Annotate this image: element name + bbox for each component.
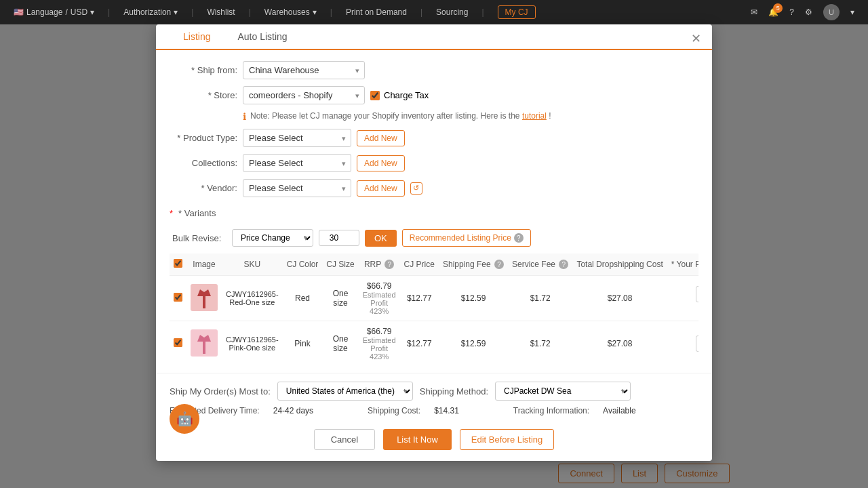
row-checkbox-0[interactable]	[174, 293, 182, 302]
language-selector[interactable]: 🇺🇸 Language / USD ▾	[14, 7, 94, 17]
estimated-delivery-value: 24-42 days	[273, 406, 313, 415]
nav-icons: ✉ 🔔 5 ? ⚙ U ▾	[751, 4, 854, 20]
ship-from-row: * Ship from: China Warehouse	[170, 61, 698, 79]
your-price-cell-0: ≈ $4.17	[667, 276, 698, 321]
rrp-cell-0: $66.79Estimated Profit 423%	[359, 276, 400, 321]
product-image-1	[191, 329, 218, 357]
edit-before-listing-button[interactable]: Edit Before Listing	[460, 429, 555, 450]
col-rrp-header: RRP ?	[359, 253, 400, 276]
variants-label: * Variants	[178, 204, 216, 222]
ship-orders-label: Ship My Order(s) Most to:	[170, 386, 271, 396]
tracking-info-label: Tracking Information:	[513, 406, 589, 415]
vendor-label: * Vendor:	[170, 183, 237, 193]
product-type-select-wrapper: Please Select	[243, 129, 351, 147]
charge-tax-label: Charge Tax	[384, 90, 429, 100]
recommended-listing-price-button[interactable]: Recommended Listing Price ?	[402, 229, 531, 247]
variants-label-row: * * Variants	[170, 204, 698, 222]
col-your-price-header: * Your Price ? ⇅ CNY	[667, 253, 698, 276]
shipping-fee-cell-1: $12.59	[439, 321, 508, 363]
wishlist-link[interactable]: Wishlist	[207, 7, 235, 17]
ship-orders-select[interactable]: United States of America (the)	[277, 382, 413, 401]
your-price-input-0[interactable]	[696, 286, 698, 302]
my-cj-button[interactable]: My CJ	[498, 5, 536, 19]
modal-body: * Ship from: China Warehouse * Store: co…	[156, 50, 712, 373]
chevron-down-icon[interactable]: ▾	[850, 7, 854, 17]
variants-table: Image SKU CJ Color CJ Size RRP ? CJ Pric…	[170, 253, 698, 362]
shipping-method-select-wrapper: CJPacket DW Sea	[495, 382, 631, 401]
tutorial-link[interactable]: tutorial	[522, 111, 547, 121]
vendor-refresh-icon[interactable]: ↺	[410, 182, 422, 195]
cj-price-cell-0: $12.77	[400, 276, 439, 321]
vendor-add-new-button[interactable]: Add New	[357, 180, 405, 197]
store-select-wrapper: comeorders - Shopify	[243, 86, 365, 104]
ship-orders-row: Ship My Order(s) Most to: United States …	[170, 382, 698, 401]
charge-tax-checkbox[interactable]	[370, 91, 380, 100]
select-all-checkbox[interactable]	[174, 259, 182, 268]
bulk-revise-label: Bulk Revise:	[172, 233, 226, 243]
bottom-section: Ship My Order(s) Most to: United States …	[156, 373, 712, 461]
tab-listing[interactable]: Listing	[170, 24, 224, 50]
product-type-row: * Product Type: Please Select Add New	[170, 129, 698, 147]
bulk-revise-input[interactable]	[319, 230, 359, 246]
collections-add-new-button[interactable]: Add New	[357, 155, 405, 171]
chatbot-section: 🤖	[170, 404, 199, 434]
cj-price-cell-1: $12.77	[400, 321, 439, 363]
product-image-0	[191, 284, 218, 311]
bulk-revise-row: Bulk Revise: Price Change OK Recommended…	[170, 229, 698, 247]
help-icon[interactable]: ?	[789, 7, 794, 17]
collections-row: Collections: Please Select Add New	[170, 154, 698, 172]
product-type-select[interactable]: Please Select	[243, 129, 351, 147]
col-image-header: Image	[186, 253, 222, 276]
table-row: CJWY1612965-Pink-One sizePinkOne size$66…	[170, 321, 698, 363]
col-shipping-fee-header: Shipping Fee ?	[439, 253, 508, 276]
col-service-fee-header: Service Fee ?	[508, 253, 572, 276]
tab-auto-listing[interactable]: Auto Listing	[224, 24, 300, 49]
product-type-label: * Product Type:	[170, 133, 237, 143]
shipping-method-label: Shipping Method:	[420, 386, 488, 396]
listing-modal: Listing Auto Listing ✕ * Ship from: Chin…	[156, 24, 712, 461]
shipping-method-select[interactable]: CJPacket DW Sea	[495, 382, 631, 401]
shipping-fee-cell-0: $12.59	[439, 276, 508, 321]
chatbot-button[interactable]: 🤖	[170, 404, 199, 434]
total-cost-cell-0: $27.08	[572, 276, 667, 321]
warehouses-menu[interactable]: Warehouses ▾	[264, 7, 317, 17]
ship-orders-select-wrapper: United States of America (the)	[277, 382, 413, 401]
chevron-down-icon: ▾	[90, 7, 94, 17]
row-checkbox-1[interactable]	[174, 338, 182, 347]
ship-from-label: * Ship from:	[170, 65, 237, 75]
notifications-icon[interactable]: 🔔 5	[768, 7, 778, 17]
bulk-revise-ok-button[interactable]: OK	[365, 230, 397, 247]
info-icon: ℹ	[243, 111, 246, 122]
shipping-cost-label: Shipping Cost:	[368, 406, 420, 415]
collections-select-wrapper: Please Select	[243, 154, 351, 172]
store-label: * Store:	[170, 90, 237, 100]
ship-from-select[interactable]: China Warehouse	[243, 61, 365, 79]
variants-table-container: Image SKU CJ Color CJ Size RRP ? CJ Pric…	[170, 253, 698, 362]
print-on-demand-link[interactable]: Print on Demand	[346, 7, 407, 17]
avatar[interactable]: U	[823, 4, 840, 20]
col-cj-size-header: CJ Size	[322, 253, 358, 276]
close-button[interactable]: ✕	[691, 31, 701, 46]
store-select[interactable]: comeorders - Shopify	[243, 86, 365, 104]
bulk-revise-select[interactable]: Price Change	[232, 229, 313, 247]
authorization-menu[interactable]: Authorization ▾	[123, 7, 178, 17]
sourcing-link[interactable]: Sourcing	[436, 7, 468, 17]
vendor-select[interactable]: Please Select	[243, 179, 351, 197]
col-checkbox	[170, 253, 186, 276]
size-cell-0: One size	[322, 276, 358, 321]
email-icon[interactable]: ✉	[751, 7, 757, 17]
cancel-button[interactable]: Cancel	[314, 429, 375, 450]
collections-select[interactable]: Please Select	[243, 154, 351, 172]
col-cj-color-header: CJ Color	[283, 253, 323, 276]
your-price-cell-1	[667, 321, 698, 363]
col-cj-price-header: CJ Price	[400, 253, 439, 276]
color-cell-1: Pink	[283, 321, 323, 363]
charge-tax-row: Charge Tax	[370, 90, 429, 100]
service-fee-cell-0: $1.72	[508, 276, 572, 321]
modal-tabs: Listing Auto Listing	[156, 24, 712, 50]
chatbot-icon: 🤖	[176, 411, 193, 427]
list-it-now-button[interactable]: List It Now	[383, 429, 452, 450]
product-type-add-new-button[interactable]: Add New	[357, 130, 405, 146]
your-price-input-1[interactable]	[696, 336, 698, 352]
settings-icon[interactable]: ⚙	[805, 7, 812, 17]
